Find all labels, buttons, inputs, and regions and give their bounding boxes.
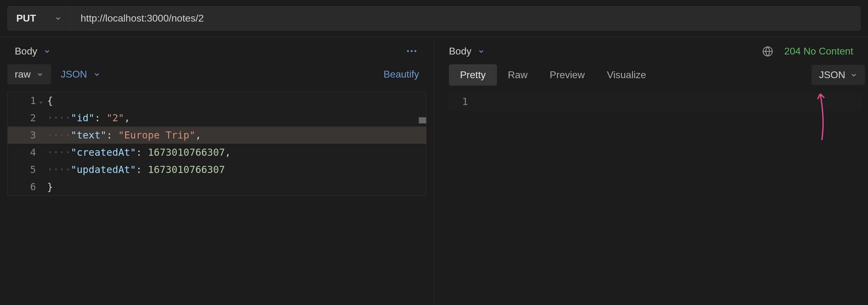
fold-icon[interactable]: ⌄ — [39, 97, 43, 104]
request-bar: PUT http://localhost:3000/notes/2 — [0, 0, 868, 37]
tab-raw[interactable]: Raw — [497, 64, 539, 86]
chevron-down-icon — [93, 71, 101, 78]
globe-icon[interactable] — [762, 46, 773, 57]
request-panel: Body raw JSON Beautify 1⌄ { — [0, 37, 434, 305]
line-number: 2 — [8, 112, 41, 124]
json-key: "createdAt" — [71, 147, 136, 158]
chevron-down-icon — [55, 15, 62, 22]
line-number: 4 — [8, 147, 41, 158]
url-input[interactable]: http://localhost:3000/notes/2 — [71, 6, 861, 30]
comma: , — [124, 112, 130, 124]
response-format-select[interactable]: JSON — [812, 65, 865, 85]
tab-preview[interactable]: Preview — [539, 64, 596, 86]
separator: : — [136, 147, 148, 158]
response-body-dropdown[interactable]: Body — [449, 45, 485, 57]
svg-point-0 — [407, 50, 409, 52]
indent: ···· — [47, 129, 71, 141]
separator: : — [106, 129, 119, 141]
http-method-select[interactable]: PUT — [7, 6, 71, 30]
chevron-down-icon — [43, 48, 51, 55]
chevron-down-icon — [850, 71, 858, 79]
code-token: } — [47, 181, 53, 193]
svg-point-1 — [411, 50, 413, 52]
request-body-dropdown[interactable]: Body — [15, 45, 51, 57]
json-key: "updatedAt" — [71, 164, 136, 176]
indent: ···· — [47, 147, 71, 158]
line-number: 1 — [30, 95, 36, 106]
separator: : — [94, 112, 106, 124]
status-code: 204 No Content — [784, 45, 853, 57]
svg-point-2 — [414, 50, 416, 52]
body-type-select[interactable]: raw — [7, 64, 51, 84]
json-value: "Europe Trip" — [118, 129, 195, 141]
comma: , — [195, 129, 201, 141]
json-key: "text" — [71, 129, 106, 141]
code-token: { — [47, 95, 53, 106]
indent: ···· — [47, 112, 71, 124]
separator: : — [136, 164, 148, 176]
json-value: "2" — [106, 112, 124, 124]
more-options-icon[interactable] — [404, 45, 419, 57]
json-label: JSON — [61, 69, 87, 80]
chevron-down-icon — [36, 71, 44, 78]
comma: , — [225, 147, 231, 158]
indent: ···· — [47, 164, 71, 176]
scroll-indicator[interactable] — [419, 117, 426, 123]
json-value: 1673010766307 — [148, 164, 225, 176]
line-number: 1 — [449, 96, 473, 108]
line-number: 5 — [8, 164, 41, 176]
http-method-value: PUT — [16, 12, 36, 24]
body-label: Body — [449, 45, 471, 57]
beautify-button[interactable]: Beautify — [383, 69, 419, 80]
json-key: "id" — [71, 112, 94, 124]
body-label: Body — [15, 45, 37, 57]
line-number: 6 — [8, 181, 41, 193]
request-body-editor[interactable]: 1⌄ { 2 ····"id": "2", 3 ····"text": "Eur… — [7, 92, 427, 196]
tab-pretty[interactable]: Pretty — [449, 64, 497, 86]
tab-visualize[interactable]: Visualize — [596, 64, 657, 86]
line-number: 3 — [8, 129, 41, 141]
raw-label: raw — [15, 69, 31, 80]
response-body-viewer[interactable]: 1 — [449, 93, 861, 110]
content-type-select[interactable]: JSON — [58, 64, 103, 84]
response-panel: Body 204 No Content Pretty Raw Preview V… — [434, 37, 868, 305]
json-label: JSON — [819, 69, 845, 81]
json-value: 1673010766307 — [148, 147, 225, 158]
chevron-down-icon — [477, 48, 485, 55]
